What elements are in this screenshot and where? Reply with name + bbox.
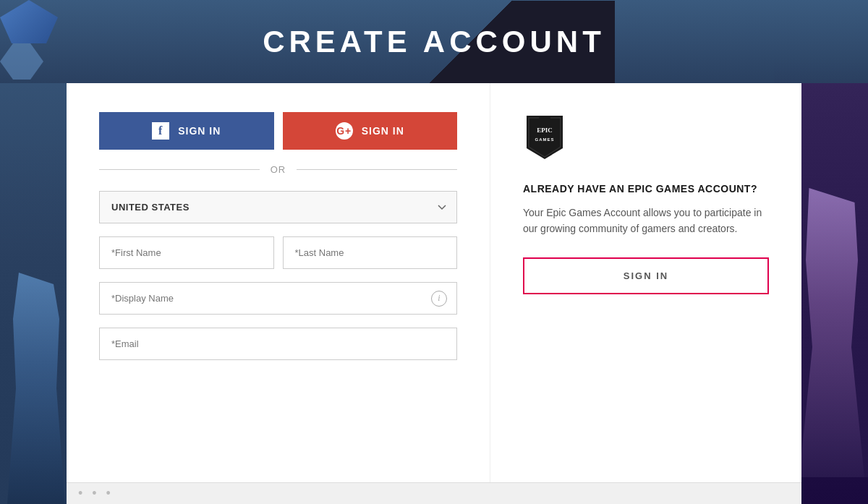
or-text: OR xyxy=(271,164,286,175)
page-title: CREATE ACCOUNT xyxy=(263,25,605,59)
google-button-label: SIGN IN xyxy=(362,125,404,137)
svg-text:GAMES: GAMES xyxy=(535,137,554,142)
display-name-input[interactable] xyxy=(99,282,457,315)
email-wrapper xyxy=(99,328,457,360)
character-shape-left xyxy=(7,273,65,504)
epic-signin-button[interactable]: SIGN IN xyxy=(523,257,769,294)
google-signin-button[interactable]: G+ SIGN IN xyxy=(283,112,458,150)
facebook-icon: f xyxy=(152,122,169,140)
epic-games-logo: EPIC GAMES xyxy=(523,112,769,166)
facebook-signin-button[interactable]: f SIGN IN xyxy=(99,112,274,150)
bottom-hint-bar: • • • xyxy=(67,482,801,504)
page-title-container: CREATE ACCOUNT xyxy=(0,0,868,83)
country-select[interactable]: UNITED STATES CANADA UNITED KINGDOM AUST… xyxy=(99,191,457,223)
already-have-account-heading: ALREADY HAVE AN EPIC GAMES ACCOUNT? xyxy=(523,183,769,195)
social-buttons-row: f SIGN IN G+ SIGN IN xyxy=(99,112,457,150)
character-shape-right xyxy=(799,188,864,477)
first-name-input[interactable] xyxy=(99,236,274,269)
or-divider: OR xyxy=(99,164,457,175)
google-icon: G+ xyxy=(336,122,353,140)
display-name-info-icon[interactable]: i xyxy=(431,291,447,307)
display-name-wrapper: i xyxy=(99,282,457,315)
right-panel: EPIC GAMES ALREADY HAVE AN EPIC GAMES AC… xyxy=(490,83,801,504)
svg-text:EPIC: EPIC xyxy=(537,127,553,134)
bottom-dots: • • • xyxy=(78,486,114,501)
epic-games-logo-svg: EPIC GAMES xyxy=(523,112,566,163)
email-input[interactable] xyxy=(99,328,457,360)
left-panel: f SIGN IN G+ SIGN IN OR UNITED STATES CA… xyxy=(67,83,490,504)
svg-rect-2 xyxy=(539,116,550,119)
name-fields-row xyxy=(99,236,457,269)
facebook-button-label: SIGN IN xyxy=(178,125,221,137)
last-name-input[interactable] xyxy=(283,236,458,269)
form-card: f SIGN IN G+ SIGN IN OR UNITED STATES CA… xyxy=(67,83,801,504)
account-description: Your Epic Games Account allows you to pa… xyxy=(523,205,769,237)
